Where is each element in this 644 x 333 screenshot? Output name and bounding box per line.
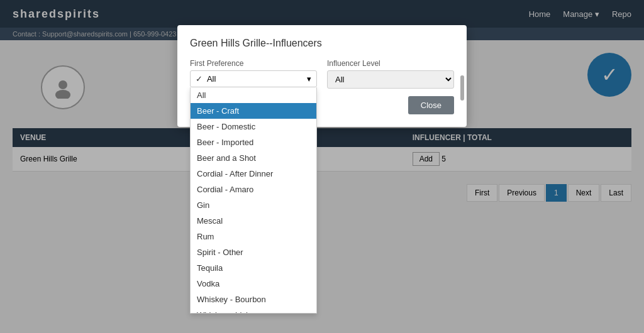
dropdown-item[interactable]: Beer and a Shot (191, 150, 316, 166)
dropdown-item[interactable]: Beer - Domestic (191, 119, 316, 134)
modal-overlay: Green Hills Grille--Influencers First Pr… (0, 0, 644, 208)
dropdown-item[interactable]: Cordial - After Dinner (191, 166, 316, 182)
first-preference-label: First Preference (190, 59, 317, 68)
first-preference-dropdown: ✓ All ▾ AllBeer - CraftBeer - DomesticBe… (190, 70, 317, 87)
close-button[interactable]: Close (408, 96, 454, 114)
dropdown-item[interactable]: Gin (191, 197, 316, 208)
influencer-level-label: Influencer Level (327, 59, 454, 68)
first-preference-group: First Preference ✓ All ▾ AllBeer - Craft… (190, 59, 317, 87)
dropdown-item[interactable]: Beer - Craft (191, 103, 316, 119)
modal-form-row: First Preference ✓ All ▾ AllBeer - Craft… (190, 59, 454, 89)
dropdown-item[interactable]: All (191, 87, 316, 103)
influencer-level-select[interactable]: All (327, 70, 454, 89)
modal-title: Green Hills Grille--Influencers (190, 38, 454, 49)
dropdown-item[interactable]: Cordial - Amaro (191, 182, 316, 197)
dropdown-selected-value[interactable]: ✓ All ▾ (190, 70, 317, 87)
check-mark-icon: ✓ (196, 74, 203, 84)
scrollbar-track[interactable] (460, 75, 464, 89)
dropdown-arrow-icon: ▾ (307, 74, 311, 84)
dropdown-item[interactable]: Beer - Imported (191, 134, 316, 150)
scrollbar-thumb[interactable] (460, 75, 464, 101)
influencers-modal: Green Hills Grille--Influencers First Pr… (177, 25, 467, 127)
dropdown-list[interactable]: AllBeer - CraftBeer - DomesticBeer - Imp… (190, 87, 317, 208)
influencer-level-group: Influencer Level All (327, 59, 454, 89)
